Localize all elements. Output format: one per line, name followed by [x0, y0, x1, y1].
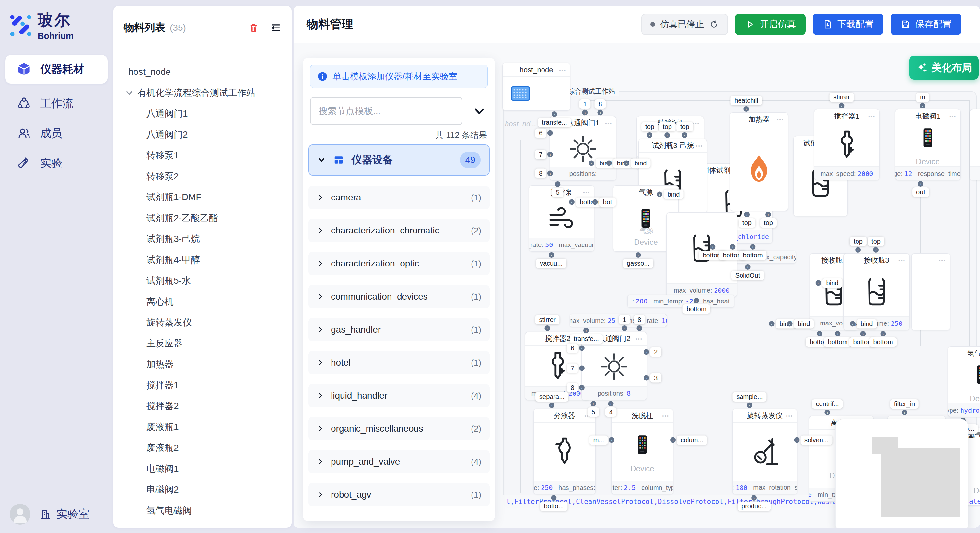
node-menu-icon[interactable]: ••• — [662, 409, 669, 423]
node-menu-icon[interactable]: ••• — [868, 109, 875, 123]
category-group-instruments[interactable]: 仪器设备 49 — [308, 144, 490, 176]
port-8[interactable]: 8‹ — [535, 169, 553, 178]
tree-item[interactable]: 氢气电磁阀 — [113, 500, 292, 521]
save-config-button[interactable]: 保存配置 — [891, 14, 961, 35]
port-7[interactable]: 7‹ — [567, 364, 585, 373]
category-row-organic_miscellaneous[interactable]: organic_miscellaneous(2) — [308, 417, 490, 440]
tree-item[interactable]: 主反应器 — [113, 333, 292, 354]
port-chip-bind[interactable]: ‹bind — [624, 159, 651, 168]
download-config-button[interactable]: 下载配置 — [813, 14, 883, 35]
port-stirrer[interactable]: stirrer‹ — [829, 93, 854, 108]
node-separator[interactable]: 分液器•••volume: 250has_phases: truesepara.… — [533, 409, 596, 495]
port-6[interactable]: 6‹ — [567, 344, 585, 353]
port-solven...[interactable]: ›solven... — [794, 436, 832, 445]
node-heater[interactable]: 加热器•••heatchill‹›top›top — [730, 113, 788, 211]
tree-item[interactable]: 离心机 — [113, 292, 292, 313]
category-row-liquid_handler[interactable]: liquid_handler(4) — [308, 384, 490, 408]
port-centrif...[interactable]: centrif...‹ — [812, 399, 843, 415]
port-chip-bind[interactable]: ‹bind — [787, 319, 814, 329]
category-row-robot_agv[interactable]: robot_agv(1) — [308, 483, 490, 506]
node-strip-pump2[interactable]: max_volume: 25transfer_rate: 10›transfe.… — [570, 314, 667, 327]
port-5[interactable]: ›5 — [587, 401, 599, 417]
port-top[interactable]: top‹ — [676, 122, 693, 138]
port-8[interactable]: 8‹ — [567, 383, 585, 392]
port-top[interactable]: top‹ — [867, 237, 885, 252]
port-transfe...[interactable]: ›transfe... — [570, 328, 603, 344]
node-strip-temp[interactable]: : 200min_temp: -20has_heat — [627, 295, 734, 308]
node-host-node[interactable]: host_node•••›transfe... — [502, 63, 570, 111]
port-sample...[interactable]: sample...‹ — [732, 392, 767, 408]
node-menu-icon[interactable]: ••• — [696, 139, 703, 152]
tree-item[interactable]: 电磁阀2 — [113, 479, 292, 500]
trash-icon[interactable] — [248, 22, 260, 34]
category-row-characterization_chromatic[interactable]: characterization_chromatic(2) — [308, 219, 490, 242]
port-heatchill[interactable]: heatchill‹ — [730, 96, 762, 112]
sidebar-item-experiment[interactable]: 实验 — [5, 149, 108, 178]
simulation-status-badge[interactable]: 仿真已停止 — [641, 14, 728, 35]
port-1[interactable]: 1‹ — [619, 315, 630, 331]
collapse-panel-icon[interactable] — [473, 105, 486, 118]
start-simulation-button[interactable]: 开启仿真 — [735, 14, 806, 35]
port-chip-bind[interactable]: ‹bind — [657, 190, 684, 199]
port-8[interactable]: 8‹ — [633, 315, 645, 331]
category-row-characterization_optic[interactable]: characterization_optic(1) — [308, 252, 490, 275]
beautify-layout-button[interactable]: 美化布局 — [909, 56, 979, 80]
port-vacuu...[interactable]: ›vacuu... — [536, 252, 566, 268]
tree-item[interactable]: 电磁阀1 — [113, 458, 292, 479]
port-bottom[interactable]: ›bottom — [824, 331, 851, 347]
port-2[interactable]: ›2 — [644, 347, 662, 357]
port-7[interactable]: 7‹ — [535, 150, 553, 159]
sidebar-item-instruments[interactable]: 仪器耗材 — [5, 55, 108, 84]
tree-item[interactable]: 废液瓶1 — [113, 417, 292, 438]
node-menu-icon[interactable]: ••• — [605, 116, 612, 130]
node-menu-icon[interactable]: ••• — [559, 63, 566, 77]
port-filter_in[interactable]: filter_in‹ — [890, 399, 919, 415]
port-top[interactable]: ›top — [760, 212, 777, 228]
tree-item[interactable]: 废液瓶2 — [113, 438, 292, 458]
node-stirrer-1[interactable]: 搅拌器1•••max_speed: 2000stirrer‹ — [814, 109, 880, 180]
node-menu-icon[interactable]: ••• — [635, 332, 643, 346]
category-row-communication_devices[interactable]: communication_devices(1) — [308, 285, 490, 308]
node-receiver-3[interactable]: 接收瓶3•••max_volume: 250top‹top‹›bottom›bo… — [843, 253, 910, 330]
port-colum...[interactable]: ›colum... — [670, 436, 707, 445]
sidebar-item-workflow[interactable]: 工作流 — [5, 89, 108, 118]
category-row-camera[interactable]: camera(1) — [308, 186, 490, 209]
avatar[interactable] — [10, 504, 30, 525]
tree-item[interactable]: 试剂瓶4-甲醇 — [113, 250, 292, 271]
port-top[interactable]: top‹ — [659, 122, 676, 138]
search-input[interactable] — [310, 97, 463, 125]
node-menu-icon[interactable]: ••• — [692, 116, 700, 130]
tree-item[interactable]: 八通阀门1 — [113, 103, 292, 124]
port-bottom[interactable]: ›bottom — [869, 331, 897, 347]
port-chip-bind[interactable]: ‹bind — [816, 279, 843, 288]
category-row-hotel[interactable]: hotel(1) — [308, 351, 490, 374]
port-bottom[interactable]: ›bottom — [682, 298, 710, 314]
tree-item[interactable]: 旋转蒸发仪 — [113, 312, 292, 333]
port-in[interactable]: in‹ — [916, 93, 929, 108]
port-4[interactable]: ›4 — [605, 401, 616, 417]
port-transfe...[interactable]: ›transfe... — [538, 111, 571, 127]
port-chip-bind[interactable]: ‹bind — [850, 319, 877, 329]
port-out[interactable]: ›out — [912, 181, 929, 197]
port-separa...[interactable]: separa...‹ — [535, 392, 568, 408]
port-chip-bot[interactable]: ‹bot — [592, 198, 616, 207]
node-frag-right[interactable]: ••• — [911, 253, 950, 330]
category-row-pump_and_valve[interactable]: pump_and_valve(4) — [308, 450, 490, 473]
node-menu-icon[interactable]: ••• — [949, 109, 956, 123]
tree-item[interactable]: 真空泵 — [113, 521, 292, 526]
port-botto...[interactable]: ›botto... — [540, 495, 568, 511]
node-h2-gas-source[interactable]: 氢气气源•••Device_type: hydrogenmax_pre ›gas… — [948, 346, 980, 417]
port-1[interactable]: 1‹ — [579, 99, 590, 115]
sidebar-item-lab[interactable]: 实验室 — [39, 507, 89, 522]
tree-item[interactable]: 试剂瓶5-水 — [113, 270, 292, 292]
node-menu-icon[interactable]: ••• — [898, 254, 905, 267]
node-solenoid-1[interactable]: 电磁阀1•••Devicevoltage: 12response_time: 0… — [895, 109, 961, 180]
node-elution-column[interactable]: 洗脱柱•••Devicediameter: 2.5column_type: si… — [611, 409, 673, 495]
port-top[interactable]: top‹ — [850, 237, 867, 252]
node-rotovap[interactable]: 旋转蒸发仪•••temp: 180max_rotation_speed samp… — [732, 409, 797, 495]
port-gasso...[interactable]: ›gasso... — [623, 252, 653, 268]
node-solenoid-2[interactable]: 电磁阀2•••Devicevoltage: 12 — [970, 109, 980, 180]
tree-item[interactable]: 八通阀门2 — [113, 124, 292, 145]
port-m...[interactable]: m...‹ — [590, 436, 614, 445]
sidebar-item-members[interactable]: 成员 — [5, 119, 108, 148]
